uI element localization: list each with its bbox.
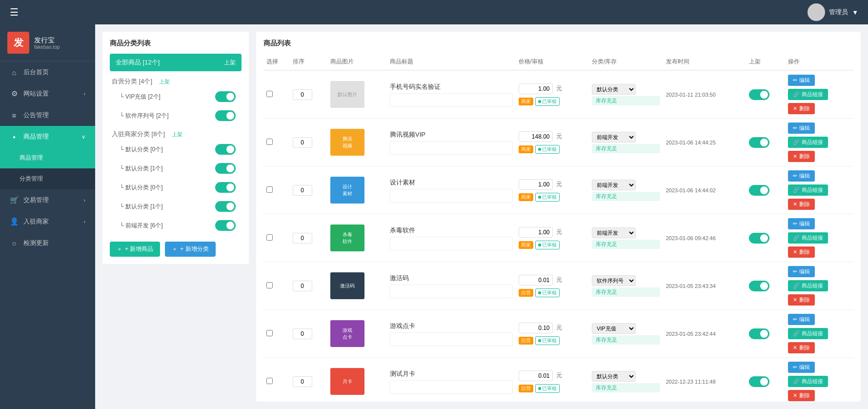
category-select-4[interactable]: 软件序列号 默认分类 前端开发 VIP充值 软件序列号: [592, 275, 636, 286]
rank-input-6[interactable]: [293, 376, 312, 387]
delete-button-4[interactable]: ✕ 删除: [788, 294, 815, 306]
rank-input-2[interactable]: [293, 185, 312, 196]
cell-title-5: 游戏点卡: [387, 310, 515, 358]
rank-input-0[interactable]: [293, 89, 312, 100]
category-all-item[interactable]: 全部商品 [12个] 上架: [110, 54, 242, 71]
category-select-1[interactable]: 前端开发 默认分类 前端开发 VIP充值 软件序列号: [592, 132, 636, 143]
edit-button-5[interactable]: ✏ 编辑: [788, 314, 815, 325]
category-select-2[interactable]: 前端开发 默认分类 前端开发 VIP充值 软件序列号: [592, 180, 636, 190]
delete-button-5[interactable]: ✕ 删除: [788, 342, 815, 353]
product-title-input-3[interactable]: [390, 237, 512, 250]
sidebar-item-category-list[interactable]: 分类管理: [0, 168, 95, 189]
delete-button-2[interactable]: ✕ 删除: [788, 199, 815, 210]
table-row: 激活码 激活码 元 自营 已审核: [263, 262, 853, 310]
rank-input-1[interactable]: [293, 137, 312, 148]
online-toggle-3[interactable]: [749, 233, 769, 244]
merchant-sub-frontend-toggle[interactable]: [215, 220, 236, 231]
online-toggle-5[interactable]: [749, 328, 769, 339]
row-checkbox-6[interactable]: [266, 378, 273, 384]
sidebar-item-site-settings[interactable]: ⚙ 网站设置 ›: [0, 83, 95, 104]
price-input-3[interactable]: [519, 227, 553, 238]
product-title-input-4[interactable]: [390, 285, 512, 298]
link-button-4[interactable]: 🔗 商品链接: [788, 280, 828, 291]
category-select-5[interactable]: VIP充值 默认分类 前端开发 VIP充值 软件序列号: [592, 323, 636, 334]
edit-button-1[interactable]: ✏ 编辑: [788, 123, 815, 134]
yuan-label-3: 元: [556, 228, 562, 236]
date-text-0: 2023-01-11 21:03:50: [666, 92, 716, 98]
cell-title-1: 腾讯视频VIP: [387, 119, 515, 166]
product-title-input-1[interactable]: [390, 141, 512, 155]
product-title-input-6[interactable]: [390, 380, 512, 394]
row-checkbox-0[interactable]: [266, 91, 273, 97]
merchant-sub-frontend-label: └ 前端开发 [6个]: [120, 222, 163, 230]
rank-input-3[interactable]: [293, 233, 312, 244]
merchant-sub-0-toggle[interactable]: [215, 144, 236, 155]
online-toggle-2[interactable]: [749, 185, 769, 196]
price-input-2[interactable]: [519, 179, 553, 190]
cell-select-1: [263, 119, 290, 166]
sidebar-item-announcement[interactable]: ≡ 公告管理: [0, 104, 95, 126]
price-input-5[interactable]: [519, 323, 553, 333]
product-title-input-0[interactable]: [390, 93, 512, 107]
price-input-4[interactable]: [519, 275, 553, 286]
edit-button-0[interactable]: ✏ 编辑: [788, 75, 815, 86]
rank-input-5[interactable]: [293, 328, 312, 339]
link-button-1[interactable]: 🔗 商品链接: [788, 137, 828, 148]
link-button-3[interactable]: 🔗 商品链接: [788, 232, 828, 244]
row-checkbox-1[interactable]: [266, 139, 273, 145]
price-input-1[interactable]: [519, 131, 553, 142]
edit-icon-4: ✏: [793, 268, 797, 275]
hamburger-icon[interactable]: ☰: [10, 6, 19, 18]
category-select-6[interactable]: 默认分类 默认分类 前端开发 VIP充值 软件序列号: [592, 371, 636, 382]
product-title-input-2[interactable]: [390, 189, 512, 203]
cell-rank-4: [290, 262, 327, 310]
sidebar-item-product-list[interactable]: 商品管理: [0, 147, 95, 168]
delete-icon-2: ✕: [793, 201, 797, 207]
link-button-0[interactable]: 🔗 商品链接: [788, 89, 828, 100]
merchant-sub-2-toggle[interactable]: [215, 182, 236, 193]
cell-image-2: 设计 素材: [327, 166, 387, 214]
delete-button-6[interactable]: ✕ 删除: [788, 390, 815, 401]
category-select-3[interactable]: 前端开发 默认分类 前端开发 VIP充值 软件序列号: [592, 227, 636, 238]
rank-input-4[interactable]: [293, 281, 312, 291]
category-select-0[interactable]: 默认分类 默认分类 前端开发 VIP充值 软件序列号: [592, 84, 636, 95]
price-input-0[interactable]: [519, 83, 553, 94]
review-badge-0: 已审核: [535, 97, 560, 106]
online-toggle-1[interactable]: [749, 137, 769, 148]
delete-button-3[interactable]: ✕ 删除: [788, 246, 815, 258]
link-button-5[interactable]: 🔗 商品链接: [788, 328, 828, 339]
edit-button-3[interactable]: ✏ 编辑: [788, 218, 815, 229]
product-title-input-5[interactable]: [390, 332, 512, 346]
online-toggle-0[interactable]: [749, 89, 769, 100]
add-product-button[interactable]: ＋ + 新增商品: [110, 242, 160, 257]
merchant-sub-1: └ 默认分类 [1个]: [110, 160, 242, 177]
sidebar-item-order-mgmt[interactable]: 🛒 交易管理 ›: [0, 189, 95, 211]
yuan-label-1: 元: [556, 132, 562, 141]
delete-button-1[interactable]: ✕ 删除: [788, 151, 815, 162]
topbar-right[interactable]: 管理员 ▼: [807, 3, 858, 21]
merchant-sub-1-toggle[interactable]: [215, 163, 236, 174]
row-checkbox-5[interactable]: [266, 330, 273, 336]
edit-button-2[interactable]: ✏ 编辑: [788, 170, 815, 182]
cell-online-6: [746, 358, 785, 402]
link-button-2[interactable]: 🔗 商品链接: [788, 184, 828, 196]
add-category-button[interactable]: ＋ + 新增分类: [165, 242, 215, 257]
online-toggle-4[interactable]: [749, 281, 769, 291]
sidebar-item-product-mgmt[interactable]: ▪ 商品管理 ∨: [0, 126, 95, 147]
row-checkbox-3[interactable]: [266, 234, 273, 241]
row-checkbox-4[interactable]: [266, 282, 273, 288]
row-checkbox-2[interactable]: [266, 186, 273, 193]
sidebar-item-merchant[interactable]: 👤 入驻商家 ›: [0, 211, 95, 232]
edit-button-4[interactable]: ✏ 编辑: [788, 266, 815, 277]
sidebar-item-dashboard[interactable]: ⌂ 后台首页: [0, 61, 95, 83]
merchant-sub-3-toggle[interactable]: [215, 201, 236, 212]
price-input-6[interactable]: [519, 370, 553, 381]
self-sub-vip-toggle[interactable]: [215, 91, 236, 102]
self-sub-software-toggle[interactable]: [215, 110, 236, 121]
online-toggle-6[interactable]: [749, 376, 769, 387]
link-button-6[interactable]: 🔗 商品链接: [788, 376, 828, 387]
sidebar-item-check-update[interactable]: ○ 检测更新: [0, 232, 95, 254]
edit-button-6[interactable]: ✏ 编辑: [788, 362, 815, 373]
col-price: 价格/审核: [516, 54, 589, 70]
delete-button-0[interactable]: ✕ 删除: [788, 103, 815, 114]
